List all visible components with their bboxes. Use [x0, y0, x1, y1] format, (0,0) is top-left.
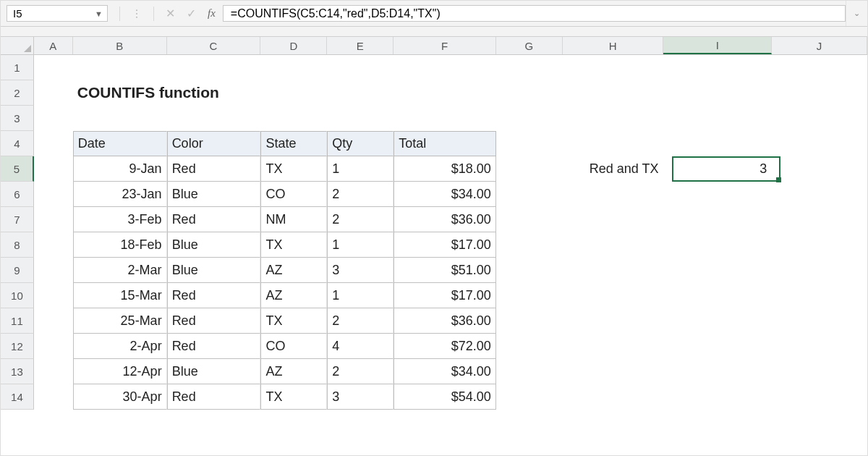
chevron-down-icon[interactable]: ▼ — [95, 9, 103, 18]
cell[interactable] — [34, 156, 73, 182]
cell-state[interactable]: NM — [260, 207, 327, 232]
cell[interactable] — [496, 308, 563, 334]
col-header[interactable]: G — [496, 37, 563, 54]
cell[interactable] — [496, 55, 563, 80]
col-header[interactable]: D — [260, 37, 327, 54]
cell-total[interactable]: $34.00 — [393, 359, 496, 384]
cell[interactable] — [34, 258, 73, 283]
cell[interactable] — [563, 207, 664, 232]
result-cell[interactable]: 3 — [664, 156, 773, 182]
cell[interactable] — [563, 182, 664, 207]
fx-icon[interactable]: fx — [208, 7, 216, 20]
page-title[interactable]: COUNTIFS function — [73, 80, 167, 106]
spreadsheet-grid[interactable]: A B C D E F G H I J 1 — [1, 37, 867, 410]
cell-date[interactable]: 9-Jan — [73, 156, 167, 182]
cell[interactable] — [260, 55, 327, 80]
cell-total[interactable]: $34.00 — [393, 182, 496, 207]
cell[interactable] — [496, 80, 563, 106]
col-header[interactable]: F — [393, 37, 496, 54]
cell[interactable] — [34, 131, 73, 156]
row-header[interactable]: 2 — [1, 80, 34, 106]
row-header[interactable]: 10 — [1, 283, 34, 308]
cell[interactable] — [34, 207, 73, 232]
cell-qty[interactable]: 1 — [327, 232, 393, 258]
cell-total[interactable]: $54.00 — [393, 384, 496, 410]
cell[interactable] — [167, 106, 261, 131]
cell[interactable] — [772, 384, 867, 410]
cell-qty[interactable]: 3 — [327, 258, 393, 283]
name-box[interactable]: ▼ — [7, 5, 108, 22]
cell[interactable] — [496, 283, 563, 308]
col-header-selected[interactable]: I — [663, 37, 772, 54]
cell[interactable] — [496, 384, 563, 410]
cell[interactable] — [496, 106, 563, 131]
cell[interactable] — [563, 283, 664, 308]
cell[interactable] — [563, 80, 664, 106]
col-header[interactable]: J — [772, 37, 867, 54]
cell-color[interactable]: Blue — [167, 258, 261, 283]
cell-date[interactable]: 30-Apr — [73, 384, 167, 410]
formula-input-wrap[interactable] — [223, 5, 846, 22]
cell[interactable] — [496, 207, 563, 232]
cell[interactable] — [772, 106, 867, 131]
cell-color[interactable]: Red — [167, 207, 261, 232]
expand-formula-icon[interactable]: ⌄ — [846, 1, 867, 26]
cell-qty[interactable]: 2 — [327, 207, 393, 232]
cell[interactable] — [34, 182, 73, 207]
cell[interactable] — [772, 182, 867, 207]
cell[interactable] — [664, 308, 773, 334]
cell[interactable] — [772, 80, 867, 106]
cell[interactable] — [664, 106, 773, 131]
enter-icon[interactable]: ✓ — [187, 7, 196, 20]
cell-color[interactable]: Red — [167, 334, 261, 359]
cell-qty[interactable]: 1 — [327, 283, 393, 308]
cell-total[interactable]: $72.00 — [393, 334, 496, 359]
cell[interactable] — [73, 106, 167, 131]
cell[interactable] — [496, 359, 563, 384]
cell-qty[interactable]: 2 — [327, 182, 393, 207]
cell[interactable] — [772, 156, 867, 182]
cell[interactable] — [34, 334, 73, 359]
cell[interactable] — [664, 80, 773, 106]
cell[interactable] — [664, 283, 773, 308]
cell[interactable] — [496, 182, 563, 207]
col-header[interactable]: A — [34, 37, 73, 54]
cell[interactable] — [772, 232, 867, 258]
cell[interactable] — [260, 106, 327, 131]
select-all-corner[interactable] — [1, 37, 34, 54]
cell[interactable] — [393, 55, 496, 80]
cell[interactable] — [167, 80, 261, 106]
cell[interactable] — [496, 156, 563, 182]
cell-total[interactable]: $17.00 — [393, 283, 496, 308]
cell[interactable] — [34, 359, 73, 384]
cell-total[interactable]: $17.00 — [393, 232, 496, 258]
cell[interactable] — [563, 334, 664, 359]
cell[interactable] — [73, 55, 167, 80]
cell-qty[interactable]: 3 — [327, 384, 393, 410]
cell-qty[interactable]: 2 — [327, 359, 393, 384]
cell[interactable] — [563, 55, 664, 80]
cell[interactable] — [772, 207, 867, 232]
row-header[interactable]: 9 — [1, 258, 34, 283]
cell-total[interactable]: $51.00 — [393, 258, 496, 283]
row-header[interactable]: 4 — [1, 131, 34, 156]
cell-state[interactable]: AZ — [260, 359, 327, 384]
more-icon[interactable]: ⋯ — [131, 9, 142, 19]
table-header[interactable]: Color — [167, 131, 261, 156]
cell[interactable] — [664, 334, 773, 359]
cell[interactable] — [772, 131, 867, 156]
cell-date[interactable]: 2-Apr — [73, 334, 167, 359]
row-header[interactable]: 11 — [1, 308, 34, 334]
cell[interactable] — [34, 106, 73, 131]
cell-state[interactable]: CO — [260, 334, 327, 359]
cell[interactable] — [167, 55, 261, 80]
cell-total[interactable]: $36.00 — [393, 207, 496, 232]
cell[interactable] — [664, 207, 773, 232]
cell[interactable] — [563, 131, 664, 156]
cell[interactable] — [327, 55, 393, 80]
cell[interactable] — [664, 384, 773, 410]
cell-color[interactable]: Red — [167, 308, 261, 334]
cell-date[interactable]: 23-Jan — [73, 182, 167, 207]
cell[interactable] — [563, 232, 664, 258]
cell-qty[interactable]: 1 — [327, 156, 393, 182]
